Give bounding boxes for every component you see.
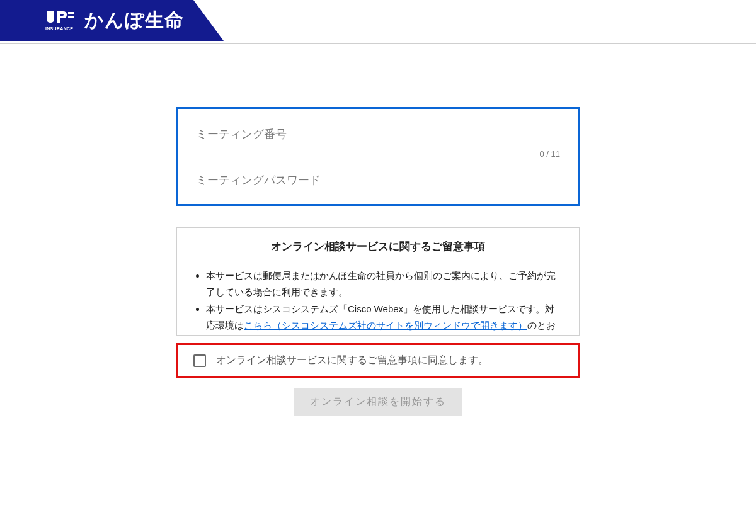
jp-sub-text: INSURANCE bbox=[45, 26, 76, 31]
header: INSURANCE かんぽ生命 bbox=[0, 0, 756, 41]
jp-insurance-mark: INSURANCE bbox=[45, 10, 76, 31]
meeting-password-input[interactable] bbox=[196, 167, 560, 191]
inputs-box: 0 / 11 bbox=[176, 107, 580, 206]
notice-box: オンライン相談サービスに関するご留意事項 本サービスは郵便局またはかんぽ生命の社… bbox=[176, 227, 580, 336]
notice-item: 本サービスは郵便局またはかんぽ生命の社員から個別のご案内により、ご予約が完了して… bbox=[206, 268, 564, 300]
header-white-bg bbox=[224, 0, 756, 41]
notice-title: オンライン相談サービスに関するご留意事項 bbox=[192, 239, 564, 254]
notice-item: 本サービスはシスコシステムズ「Cisco Webex」を使用した相談サービスです… bbox=[206, 301, 564, 336]
header-divider bbox=[0, 41, 756, 44]
cisco-env-link[interactable]: こちら（シスコシステムズ社のサイトを別ウィンドウで開きます） bbox=[244, 320, 527, 331]
jp-logo-icon bbox=[45, 10, 76, 25]
meeting-number-input[interactable] bbox=[196, 122, 560, 145]
brand-name: かんぽ生命 bbox=[84, 8, 184, 33]
consent-label: オンライン相談サービスに関するご留意事項に同意します。 bbox=[216, 354, 488, 367]
consent-box: オンライン相談サービスに関するご留意事項に同意します。 bbox=[176, 343, 580, 378]
meeting-number-counter: 0 / 11 bbox=[196, 149, 560, 159]
meeting-password-field bbox=[196, 167, 560, 191]
meeting-number-field: 0 / 11 bbox=[196, 122, 560, 159]
start-consultation-button[interactable]: オンライン相談を開始する bbox=[294, 388, 462, 416]
main-container: 0 / 11 オンライン相談サービスに関するご留意事項 本サービスは郵便局または… bbox=[176, 107, 580, 416]
notice-list: 本サービスは郵便局またはかんぽ生命の社員から個別のご案内により、ご予約が完了して… bbox=[206, 268, 564, 336]
brand-logo: INSURANCE かんぽ生命 bbox=[45, 8, 184, 33]
consent-checkbox[interactable] bbox=[193, 354, 206, 367]
